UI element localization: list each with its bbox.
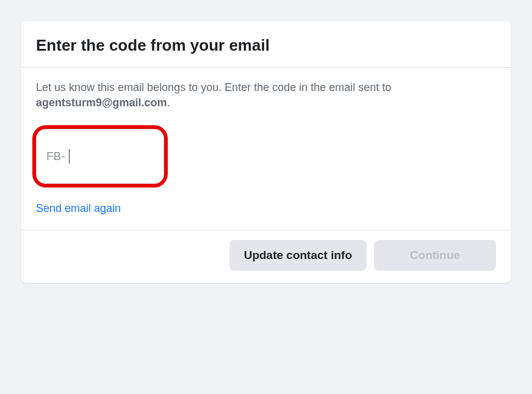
text-caret — [69, 149, 70, 164]
instruction-text: Let us know this email belongs to you. E… — [36, 80, 496, 111]
dialog-header: Enter the code from your email — [21, 21, 511, 68]
instruction-prefix: Let us know this email belongs to you. E… — [36, 81, 391, 93]
dialog-title: Enter the code from your email — [36, 36, 496, 55]
dialog-body: Let us know this email belongs to you. E… — [21, 68, 511, 230]
update-contact-info-button[interactable]: Update contact info — [229, 240, 367, 271]
code-prefix: FB- — [46, 150, 65, 163]
code-input-wrapper: FB- — [36, 129, 164, 184]
instruction-email: agentsturm9@gmail.com — [36, 97, 167, 109]
code-input[interactable]: FB- — [36, 129, 164, 184]
continue-button[interactable]: Continue — [374, 240, 496, 271]
resend-email-link[interactable]: Send email again — [36, 202, 121, 215]
instruction-suffix: . — [167, 97, 170, 109]
dialog-footer: Update contact info Continue — [21, 230, 511, 283]
verification-dialog: Enter the code from your email Let us kn… — [21, 21, 511, 283]
